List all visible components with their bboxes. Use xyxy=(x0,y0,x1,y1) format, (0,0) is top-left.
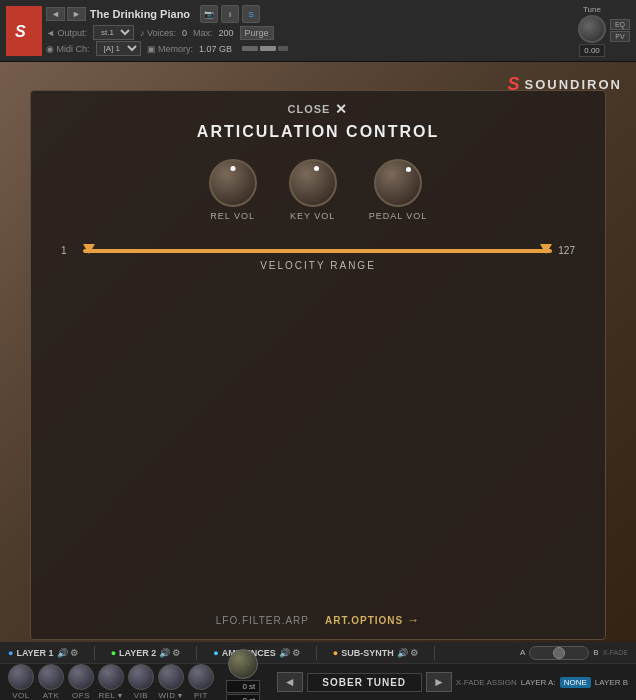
atk-knob-group: ATK xyxy=(38,664,64,700)
camera-icon[interactable]: 📷 xyxy=(200,5,218,23)
tune-label: Tune xyxy=(583,5,601,14)
midi-select[interactable]: [A] 1 xyxy=(96,41,141,56)
top-bar: S ◄ ► The Drinking Piano 📷 i S ◄ Output:… xyxy=(0,0,636,62)
layer1-tab[interactable]: ● LAYER 1 🔊 ⚙ xyxy=(8,648,78,658)
articulation-title: ARTICULATION CONTROL xyxy=(197,123,439,141)
xfade-none-badge[interactable]: NONE xyxy=(560,677,591,688)
subsynth-tab[interactable]: ● SUB-SYNTH 🔊 ⚙ xyxy=(333,648,418,658)
atk-knob[interactable] xyxy=(38,664,64,690)
wid-knob[interactable] xyxy=(158,664,184,690)
vol-knob-group: VOL xyxy=(8,664,34,700)
subsynth-speaker-icon[interactable]: 🔊 xyxy=(397,648,408,658)
xfade-a-label: A xyxy=(520,648,525,657)
preset-nav: ◄ SOBER TUNED ► xyxy=(277,672,452,692)
eq-btn[interactable]: EQ xyxy=(610,19,630,30)
ext-range-knob[interactable] xyxy=(228,649,258,679)
pit-label: PIT xyxy=(194,691,208,700)
layer-divider-2 xyxy=(196,646,197,660)
atk-label: ATK xyxy=(43,691,59,700)
wid-knob-group: WID ▼ xyxy=(158,664,184,700)
memory-label: ▣ Memory: xyxy=(147,44,194,54)
ambiences-dot: ● xyxy=(213,648,218,658)
knob-item-key-vol: KEY VOL xyxy=(289,159,337,221)
preset-next-button[interactable]: ► xyxy=(426,672,452,692)
vol-label: VOL xyxy=(12,691,30,700)
wid-arrow-icon: ▼ xyxy=(177,692,184,699)
xfade-assign-label: X-FADE ASSIGN xyxy=(456,678,517,687)
info-icon[interactable]: i xyxy=(221,5,239,23)
ofs-knob[interactable] xyxy=(68,664,94,690)
velocity-label: VELOCITY RANGE xyxy=(61,260,575,271)
subsynth-dot: ● xyxy=(333,648,338,658)
nav-prev-btn[interactable]: ◄ xyxy=(46,7,65,21)
close-button[interactable]: CLOSE ✕ xyxy=(288,101,349,117)
subsynth-link-icon[interactable]: ⚙ xyxy=(410,648,418,658)
slider-thumb-right xyxy=(540,244,552,254)
layer-divider-4 xyxy=(434,646,435,660)
max-label: Max: xyxy=(193,28,213,38)
lfo-filter-tab[interactable]: LFO.FILTER.ARP xyxy=(216,615,309,626)
pitch-display: 0 st 0 ct xyxy=(226,680,260,700)
controls-row: VOL ATK OFS REL ▼ VIB xyxy=(0,664,636,700)
pit-knob-group: PIT xyxy=(188,664,214,700)
vib-knob[interactable] xyxy=(128,664,154,690)
layer2-link-icon[interactable]: ⚙ xyxy=(172,648,180,658)
layer2-dot: ● xyxy=(111,648,116,658)
ambiences-speaker-icon[interactable]: 🔊 xyxy=(279,648,290,658)
vol-knob[interactable] xyxy=(8,664,34,690)
instrument-block: ◄ ► The Drinking Piano 📷 i S ◄ Output: s… xyxy=(46,5,570,56)
output-select[interactable]: st.1 xyxy=(93,25,134,40)
ambiences-link-icon[interactable]: ⚙ xyxy=(292,648,300,658)
key-vol-knob[interactable] xyxy=(289,159,337,207)
xfade-b-label: B xyxy=(593,648,598,657)
save-icon[interactable]: S xyxy=(242,5,260,23)
layer1-label: LAYER 1 xyxy=(16,648,53,658)
knob-dot-indicator xyxy=(406,167,411,172)
memory-val: 1.07 GB xyxy=(199,44,232,54)
layer2-speaker-icon[interactable]: 🔊 xyxy=(159,648,170,658)
xfade-assign-row: X-FADE ASSIGN LAYER A: NONE LAYER B xyxy=(456,677,628,688)
rel-label: REL xyxy=(99,691,116,700)
bottom-strip: ● LAYER 1 🔊 ⚙ ● LAYER 2 🔊 ⚙ ● AMBIENCES xyxy=(0,642,636,700)
ofs-label: OFS xyxy=(72,691,90,700)
knob-item-pedal-vol: PEDAL VOL xyxy=(369,159,428,221)
pedal-vol-knob[interactable] xyxy=(374,159,422,207)
rel-arrow-icon: ▼ xyxy=(117,692,124,699)
xfade-slider[interactable] xyxy=(529,646,589,660)
layer1-dot: ● xyxy=(8,648,13,658)
nav-next-btn[interactable]: ► xyxy=(67,7,86,21)
slider-thumb-left xyxy=(83,244,95,254)
rel-knob[interactable] xyxy=(98,664,124,690)
ofs-knob-group: OFS xyxy=(68,664,94,700)
subsynth-label: SUB-SYNTH xyxy=(341,648,394,658)
vel-min: 1 xyxy=(61,245,77,256)
side-mini-btns: EQ PV xyxy=(610,19,630,42)
xfade-group: A B X-FADE xyxy=(520,646,628,660)
xfade-assign-layer-a: LAYER A: xyxy=(521,678,556,687)
xfade-assign-layer-b: LAYER B xyxy=(595,678,628,687)
layer1-speaker-icon[interactable]: 🔊 xyxy=(57,648,68,658)
layer1-link-icon[interactable]: ⚙ xyxy=(70,648,78,658)
tune-knob[interactable] xyxy=(578,15,606,43)
tune-val: 0.00 xyxy=(579,44,605,57)
key-vol-label: KEY VOL xyxy=(290,211,335,221)
art-options-tab[interactable]: ART.OPTIONS → xyxy=(325,613,420,627)
pit-knob[interactable] xyxy=(188,664,214,690)
layer2-label: LAYER 2 xyxy=(119,648,156,658)
rel-vol-knob[interactable] xyxy=(209,159,257,207)
logo-box: S xyxy=(6,6,42,56)
vel-max: 127 xyxy=(558,245,575,256)
art-options-arrow: → xyxy=(407,613,420,627)
velocity-slider[interactable] xyxy=(83,249,552,253)
knobs-row: REL VOL KEY VOL PEDAL VOL xyxy=(209,159,428,221)
preset-prev-button[interactable]: ◄ xyxy=(277,672,303,692)
pv-btn[interactable]: PV xyxy=(610,31,630,42)
xfade-label: X-FADE xyxy=(603,649,628,656)
velocity-section: 1 127 VELOCITY RANGE xyxy=(51,245,585,279)
layer2-tab[interactable]: ● LAYER 2 🔊 ⚙ xyxy=(111,648,181,658)
purge-button[interactable]: Purge xyxy=(240,26,274,40)
knob-dot-indicator xyxy=(230,166,235,171)
layer-divider-3 xyxy=(316,646,317,660)
max-val: 200 xyxy=(219,28,234,38)
wid-label: WID xyxy=(159,691,176,700)
